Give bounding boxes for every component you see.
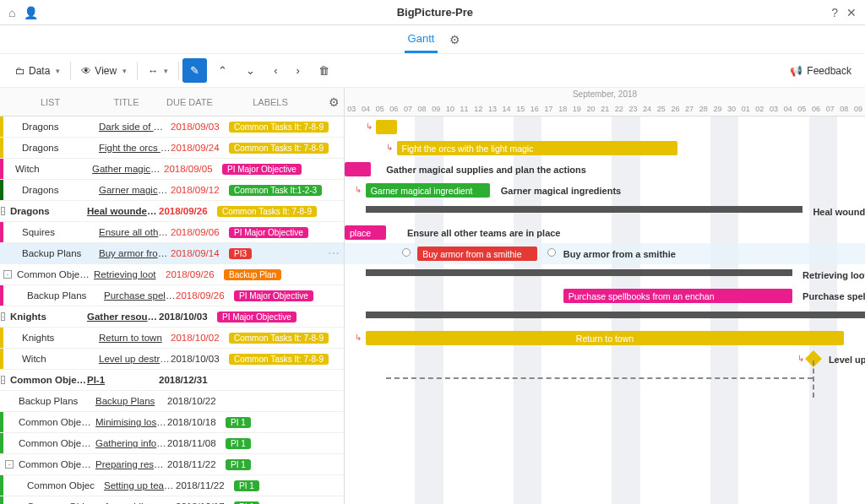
label-chip[interactable]: Common Task It:1-2-3 [229,185,322,196]
row-title[interactable]: Garner magical ing [99,185,171,195]
gantt-bar[interactable]: Return to town [366,331,845,345]
day-cell: 27 [683,101,697,117]
expander[interactable]: - [5,460,14,469]
table-row[interactable]: Backup PlansBackup Plans2018/10/22 [0,391,344,412]
prev-button[interactable]: ‹ [266,58,285,83]
gantt-row [345,433,865,454]
tab-settings-icon[interactable]: ⚙ [449,33,460,46]
row-title[interactable]: Purchase spellboo [104,290,176,301]
label-chip[interactable]: PI 1 [226,417,251,428]
feedback-button[interactable]: 📢 Feedback [790,65,857,77]
label-chip[interactable]: PI 1 [226,459,251,470]
delete-button[interactable]: 🗑 [311,58,337,83]
label-chip[interactable]: PI Major Objective [217,312,296,322]
expander[interactable]: - [3,270,12,279]
gantt-bar[interactable]: Fight the orcs with the light magic [397,141,678,155]
label-chip[interactable]: Common Tasks It: 7-8-9 [217,206,317,217]
next-button[interactable]: › [289,58,307,83]
row-title[interactable]: Heal wounded hero [87,206,159,216]
table-row[interactable]: Backup PlansPurchase spellboo2018/09/26P… [0,285,344,306]
expander[interactable]: - [1,207,5,215]
tab-gantt[interactable]: Gantt [405,26,438,53]
row-title[interactable]: Buy armor from a s [99,248,171,258]
view-dropdown[interactable]: 👁 View [74,61,133,81]
table-row[interactable]: DragonsDark side of moon2018/09/03Common… [0,117,344,138]
column-due-date[interactable]: DUE DATE [162,97,217,107]
gantt-bar[interactable]: place [345,225,386,240]
column-labels[interactable]: LABELS [217,97,324,107]
row-title[interactable]: Level up destructic [99,354,171,364]
column-list[interactable]: LIST [10,97,90,107]
label-chip[interactable]: PI 1 [234,480,259,491]
row-list: Backup Plans [19,248,99,258]
table-row[interactable]: Backup PlansBuy armor from a s2018/09/14… [0,243,344,264]
row-title[interactable]: Retrieving loot [94,269,166,279]
label-chip[interactable]: PI Major Objective [229,227,308,238]
grid-settings-icon[interactable]: ⚙ [324,95,344,109]
label-chip[interactable]: Common Tasks It: 7-8-9 [229,143,329,154]
label-chip[interactable]: Common Tasks It: 7-8-9 [229,354,329,365]
data-dropdown[interactable]: 🗀 Data [8,61,67,81]
row-title[interactable]: Gather magical sup [92,164,164,174]
row-title[interactable]: Gathering informati [95,438,167,448]
gantt-bar[interactable] [366,269,792,276]
table-row[interactable]: Common ObjectivMinimising losses2018/10/… [0,412,344,433]
move-up-button[interactable]: ⌃ [210,58,235,83]
row-title[interactable]: Backup Plans [95,396,167,406]
row-title[interactable]: Dark side of moon [99,122,171,132]
gantt-bar[interactable] [345,162,371,176]
close-icon[interactable]: ✕ [846,6,857,19]
help-icon[interactable]: ? [831,6,838,19]
gantt-bar[interactable] [376,120,397,134]
table-row[interactable]: -DragonsHeal wounded hero2018/09/26Commo… [0,201,344,222]
task-checkbox[interactable] [547,248,556,257]
task-checkbox[interactable] [402,248,411,257]
row-title[interactable]: Return to town [99,333,171,343]
expander[interactable]: - [1,312,5,321]
row-title[interactable]: Setting up teams [104,480,176,490]
label-chip[interactable]: PI 1 [226,438,251,449]
row-title[interactable]: Ensure all other te [99,227,171,237]
table-row[interactable]: -Common ObjectivRetrieving loot2018/09/2… [0,264,344,285]
column-title[interactable]: TITLE [90,97,162,107]
table-row[interactable]: WitchGather magical sup2018/09/05PI Majo… [0,159,344,180]
row-title[interactable]: Gather resources f [87,312,159,322]
table-row[interactable]: KnightsReturn to town2018/10/02Common Ta… [0,328,344,349]
label-chip[interactable]: Backup Plan [224,269,281,280]
row-actions-icon[interactable]: ⋯ [328,247,340,260]
gantt-bar[interactable] [366,312,865,318]
row-date: 2018/11/22 [167,459,222,469]
label-chip[interactable]: Common Tasks It: 7-8-9 [229,122,329,133]
home-icon[interactable]: ⌂ [8,6,15,19]
gantt-bar[interactable]: Buy armor from a smithie [417,247,537,261]
table-row[interactable]: DragonsFight the orcs with2018/09/24Comm… [0,138,344,159]
label-chip[interactable]: PI Major Objective [222,164,302,175]
table-row[interactable]: SquiresEnsure all other te2018/09/06PI M… [0,222,344,243]
table-row[interactable]: -Common ObjectivPreparing resource2018/1… [0,454,344,475]
table-row[interactable]: Common ObjecAssembling a party2018/12/17… [0,496,344,504]
label-chip[interactable]: PI 1 [234,501,259,505]
row-title[interactable]: PI-1 [87,375,159,385]
table-row[interactable]: Common ObjecSetting up teams2018/11/22PI… [0,475,344,496]
user-icon[interactable]: 👤 [24,6,38,19]
table-row[interactable]: WitchLevel up destructic2018/10/03Common… [0,349,344,370]
gantt-bar[interactable] [366,206,802,213]
table-row[interactable]: -KnightsGather resources f2018/10/03PI M… [0,306,344,328]
table-row[interactable]: -Common ObjectivePI-12018/12/31 [0,370,344,391]
row-title[interactable]: Preparing resource [95,459,167,469]
label-chip[interactable]: PI3 [229,248,252,259]
expander[interactable]: - [1,376,5,384]
edit-button[interactable]: ✎ [182,58,207,83]
label-chip[interactable]: PI Major Objective [234,290,313,301]
gantt-row: Gather resour [345,306,865,328]
label-chip[interactable]: Common Tasks It: 7-8-9 [229,333,329,344]
table-row[interactable]: Common ObjectivGathering informati2018/1… [0,433,344,454]
gantt-bar[interactable]: Purchase spellbooks from an enchan [563,289,792,303]
row-title[interactable]: Minimising losses [95,417,167,427]
gantt-bar[interactable]: Garner magical ingredient [366,183,491,198]
fit-dropdown[interactable]: ↔ [141,61,175,81]
table-row[interactable]: DragonsGarner magical ing2018/09/12Commo… [0,180,344,201]
row-title[interactable]: Fight the orcs with [99,143,171,153]
move-down-button[interactable]: ⌄ [238,58,263,83]
dependency-line [386,377,813,379]
